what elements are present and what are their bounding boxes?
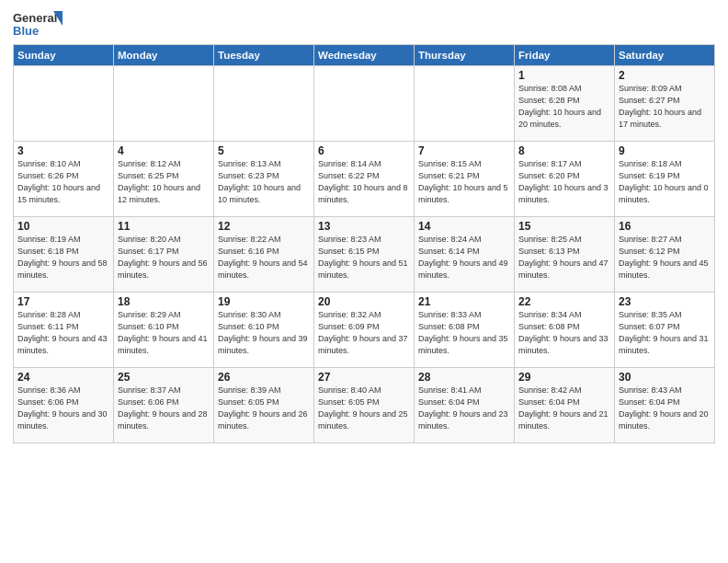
weekday-header-wednesday: Wednesday bbox=[314, 45, 415, 66]
day-cell: 29Sunrise: 8:42 AM Sunset: 6:04 PM Dayli… bbox=[515, 368, 615, 443]
day-cell: 12Sunrise: 8:22 AM Sunset: 6:16 PM Dayli… bbox=[214, 217, 314, 293]
day-info: Sunrise: 8:18 AM Sunset: 6:19 PM Dayligh… bbox=[619, 158, 711, 206]
day-cell: 18Sunrise: 8:29 AM Sunset: 6:10 PM Dayli… bbox=[114, 293, 214, 368]
day-info: Sunrise: 8:33 AM Sunset: 6:08 PM Dayligh… bbox=[418, 309, 510, 357]
day-cell: 21Sunrise: 8:33 AM Sunset: 6:08 PM Dayli… bbox=[415, 293, 515, 368]
day-cell: 16Sunrise: 8:27 AM Sunset: 6:12 PM Dayli… bbox=[615, 217, 715, 293]
day-number: 26 bbox=[218, 371, 310, 384]
day-cell bbox=[415, 66, 515, 142]
weekday-header-tuesday: Tuesday bbox=[214, 45, 314, 66]
day-cell: 13Sunrise: 8:23 AM Sunset: 6:15 PM Dayli… bbox=[314, 217, 415, 293]
weekday-header-thursday: Thursday bbox=[415, 45, 515, 66]
day-number: 4 bbox=[118, 144, 210, 157]
header: GeneralBlue bbox=[13, 9, 715, 40]
day-info: Sunrise: 8:43 AM Sunset: 6:04 PM Dayligh… bbox=[619, 385, 711, 432]
day-number: 18 bbox=[118, 295, 210, 308]
day-number: 16 bbox=[619, 220, 711, 233]
day-cell bbox=[314, 66, 415, 142]
day-number: 2 bbox=[619, 69, 711, 82]
day-number: 8 bbox=[518, 144, 610, 157]
day-number: 19 bbox=[218, 295, 310, 308]
day-number: 11 bbox=[118, 220, 210, 233]
week-row-3: 10Sunrise: 8:19 AM Sunset: 6:18 PM Dayli… bbox=[14, 217, 715, 293]
day-cell: 6Sunrise: 8:14 AM Sunset: 6:22 PM Daylig… bbox=[314, 142, 415, 217]
day-info: Sunrise: 8:10 AM Sunset: 6:26 PM Dayligh… bbox=[17, 158, 109, 206]
day-cell: 22Sunrise: 8:34 AM Sunset: 6:08 PM Dayli… bbox=[515, 293, 615, 368]
day-cell: 1Sunrise: 8:08 AM Sunset: 6:28 PM Daylig… bbox=[515, 66, 615, 142]
day-number: 30 bbox=[619, 371, 711, 384]
day-number: 29 bbox=[518, 371, 610, 384]
day-cell bbox=[214, 66, 314, 142]
weekday-header-friday: Friday bbox=[515, 45, 615, 66]
day-cell bbox=[14, 66, 114, 142]
day-info: Sunrise: 8:12 AM Sunset: 6:25 PM Dayligh… bbox=[118, 158, 210, 206]
day-cell: 30Sunrise: 8:43 AM Sunset: 6:04 PM Dayli… bbox=[615, 368, 715, 443]
day-info: Sunrise: 8:08 AM Sunset: 6:28 PM Dayligh… bbox=[518, 83, 610, 131]
day-number: 13 bbox=[318, 220, 410, 233]
day-info: Sunrise: 8:28 AM Sunset: 6:11 PM Dayligh… bbox=[17, 309, 109, 357]
day-cell: 25Sunrise: 8:37 AM Sunset: 6:06 PM Dayli… bbox=[114, 368, 214, 443]
day-info: Sunrise: 8:39 AM Sunset: 6:05 PM Dayligh… bbox=[218, 385, 310, 432]
day-info: Sunrise: 8:22 AM Sunset: 6:16 PM Dayligh… bbox=[218, 234, 310, 282]
day-cell: 26Sunrise: 8:39 AM Sunset: 6:05 PM Dayli… bbox=[214, 368, 314, 443]
day-cell: 20Sunrise: 8:32 AM Sunset: 6:09 PM Dayli… bbox=[314, 293, 415, 368]
day-info: Sunrise: 8:30 AM Sunset: 6:10 PM Dayligh… bbox=[218, 309, 310, 357]
week-row-1: 1Sunrise: 8:08 AM Sunset: 6:28 PM Daylig… bbox=[14, 66, 715, 142]
week-row-4: 17Sunrise: 8:28 AM Sunset: 6:11 PM Dayli… bbox=[14, 293, 715, 368]
day-cell: 24Sunrise: 8:36 AM Sunset: 6:06 PM Dayli… bbox=[14, 368, 114, 443]
week-row-5: 24Sunrise: 8:36 AM Sunset: 6:06 PM Dayli… bbox=[14, 368, 715, 443]
day-number: 5 bbox=[218, 144, 310, 157]
logo: GeneralBlue bbox=[13, 9, 68, 40]
day-info: Sunrise: 8:42 AM Sunset: 6:04 PM Dayligh… bbox=[518, 385, 610, 432]
day-cell: 28Sunrise: 8:41 AM Sunset: 6:04 PM Dayli… bbox=[415, 368, 515, 443]
day-info: Sunrise: 8:24 AM Sunset: 6:14 PM Dayligh… bbox=[418, 234, 510, 282]
day-info: Sunrise: 8:20 AM Sunset: 6:17 PM Dayligh… bbox=[118, 234, 210, 282]
day-number: 1 bbox=[518, 69, 610, 82]
day-info: Sunrise: 8:36 AM Sunset: 6:06 PM Dayligh… bbox=[17, 385, 109, 432]
day-number: 27 bbox=[318, 371, 410, 384]
day-number: 3 bbox=[17, 144, 109, 157]
day-cell: 3Sunrise: 8:10 AM Sunset: 6:26 PM Daylig… bbox=[14, 142, 114, 217]
day-number: 10 bbox=[17, 220, 109, 233]
day-info: Sunrise: 8:35 AM Sunset: 6:07 PM Dayligh… bbox=[619, 309, 711, 357]
day-info: Sunrise: 8:19 AM Sunset: 6:18 PM Dayligh… bbox=[17, 234, 109, 282]
page-container: GeneralBlue SundayMondayTuesdayWednesday… bbox=[0, 0, 728, 449]
weekday-header-monday: Monday bbox=[114, 45, 214, 66]
day-number: 15 bbox=[518, 220, 610, 233]
day-number: 23 bbox=[619, 295, 711, 308]
day-info: Sunrise: 8:41 AM Sunset: 6:04 PM Dayligh… bbox=[418, 385, 510, 432]
calendar-table: SundayMondayTuesdayWednesdayThursdayFrid… bbox=[13, 44, 715, 443]
day-info: Sunrise: 8:34 AM Sunset: 6:08 PM Dayligh… bbox=[518, 309, 610, 357]
day-number: 6 bbox=[318, 144, 410, 157]
day-number: 21 bbox=[418, 295, 510, 308]
day-info: Sunrise: 8:14 AM Sunset: 6:22 PM Dayligh… bbox=[318, 158, 410, 206]
day-info: Sunrise: 8:32 AM Sunset: 6:09 PM Dayligh… bbox=[318, 309, 410, 357]
day-number: 14 bbox=[418, 220, 510, 233]
day-info: Sunrise: 8:09 AM Sunset: 6:27 PM Dayligh… bbox=[619, 83, 711, 131]
day-number: 12 bbox=[218, 220, 310, 233]
day-cell: 17Sunrise: 8:28 AM Sunset: 6:11 PM Dayli… bbox=[14, 293, 114, 368]
day-cell: 4Sunrise: 8:12 AM Sunset: 6:25 PM Daylig… bbox=[114, 142, 214, 217]
day-cell: 7Sunrise: 8:15 AM Sunset: 6:21 PM Daylig… bbox=[415, 142, 515, 217]
day-info: Sunrise: 8:25 AM Sunset: 6:13 PM Dayligh… bbox=[518, 234, 610, 282]
day-cell: 19Sunrise: 8:30 AM Sunset: 6:10 PM Dayli… bbox=[214, 293, 314, 368]
day-cell: 2Sunrise: 8:09 AM Sunset: 6:27 PM Daylig… bbox=[615, 66, 715, 142]
day-number: 25 bbox=[118, 371, 210, 384]
day-info: Sunrise: 8:27 AM Sunset: 6:12 PM Dayligh… bbox=[619, 234, 711, 282]
day-info: Sunrise: 8:29 AM Sunset: 6:10 PM Dayligh… bbox=[118, 309, 210, 357]
day-number: 20 bbox=[318, 295, 410, 308]
day-info: Sunrise: 8:40 AM Sunset: 6:05 PM Dayligh… bbox=[318, 385, 410, 432]
day-cell: 5Sunrise: 8:13 AM Sunset: 6:23 PM Daylig… bbox=[214, 142, 314, 217]
day-number: 17 bbox=[17, 295, 109, 308]
day-cell: 27Sunrise: 8:40 AM Sunset: 6:05 PM Dayli… bbox=[314, 368, 415, 443]
weekday-header-row: SundayMondayTuesdayWednesdayThursdayFrid… bbox=[14, 45, 715, 66]
day-info: Sunrise: 8:17 AM Sunset: 6:20 PM Dayligh… bbox=[518, 158, 610, 206]
day-cell: 14Sunrise: 8:24 AM Sunset: 6:14 PM Dayli… bbox=[415, 217, 515, 293]
day-number: 9 bbox=[619, 144, 711, 157]
logo-svg: GeneralBlue bbox=[13, 9, 68, 40]
weekday-header-saturday: Saturday bbox=[615, 45, 715, 66]
day-number: 24 bbox=[17, 371, 109, 384]
week-row-2: 3Sunrise: 8:10 AM Sunset: 6:26 PM Daylig… bbox=[14, 142, 715, 217]
day-info: Sunrise: 8:23 AM Sunset: 6:15 PM Dayligh… bbox=[318, 234, 410, 282]
day-info: Sunrise: 8:15 AM Sunset: 6:21 PM Dayligh… bbox=[418, 158, 510, 206]
